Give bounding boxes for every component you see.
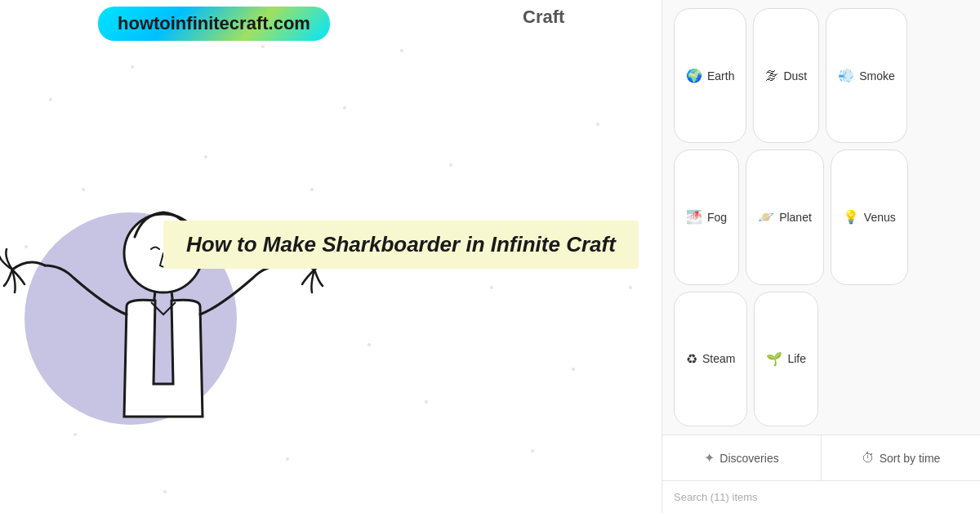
sidebar: 🌍Earth🌫Dust💨Smoke🌁Fog🪐Planet💡Venus♻Steam… <box>662 0 980 513</box>
decorative-dot <box>572 368 575 371</box>
discoveries-icon: ✦ <box>704 450 715 466</box>
search-hint: Search (11) items <box>662 480 980 513</box>
url-text: howtoinfinitecraft.com <box>118 13 310 33</box>
decorative-dot <box>449 163 452 167</box>
life-label: Life <box>787 352 806 365</box>
bottom-bar: ✦ Discoveries ⏱ Sort by time <box>662 435 980 480</box>
discoveries-label: Discoveries <box>719 452 778 465</box>
url-banner: howtoinfinitecraft.com <box>98 7 330 41</box>
life-icon: 🌱 <box>766 351 782 367</box>
decorative-dot <box>368 343 371 346</box>
search-hint-text: Search (11) items <box>674 491 758 503</box>
character-area <box>0 163 343 513</box>
planet-label: Planet <box>779 211 812 224</box>
earth-label: Earth <box>707 69 734 83</box>
element-badge-fog[interactable]: 🌁Fog <box>674 149 739 284</box>
page-title: How to Make Sharkboarder in Infinite Cra… <box>186 232 616 257</box>
main-area: howtoinfinitecraft.com Craft <box>0 0 662 513</box>
element-badge-earth[interactable]: 🌍Earth <box>674 8 746 143</box>
craft-label: Craft <box>523 7 564 28</box>
decorative-dot <box>204 155 207 158</box>
sort-by-time-label: Sort by time <box>880 452 941 465</box>
element-badge-life[interactable]: 🌱Life <box>754 292 818 426</box>
decorative-dot <box>49 98 52 101</box>
steam-icon: ♻ <box>686 351 697 367</box>
venus-label: Venus <box>864 211 896 224</box>
fog-label: Fog <box>707 211 727 224</box>
dust-label: Dust <box>783 69 807 83</box>
planet-icon: 🪐 <box>758 209 774 225</box>
elements-grid: 🌍Earth🌫Dust💨Smoke🌁Fog🪐Planet💡Venus♻Steam… <box>662 0 980 435</box>
element-badge-planet[interactable]: 🪐Planet <box>746 149 824 284</box>
earth-icon: 🌍 <box>686 68 702 83</box>
element-badge-steam[interactable]: ♻Steam <box>674 292 747 426</box>
element-badge-smoke[interactable]: 💨Smoke <box>826 8 907 143</box>
decorative-dot <box>629 286 632 289</box>
decorative-dot <box>131 65 134 69</box>
heading-banner: How to Make Sharkboarder in Infinite Cra… <box>163 221 639 269</box>
smoke-icon: 💨 <box>838 68 854 83</box>
smoke-label: Smoke <box>859 69 895 83</box>
decorative-dot <box>490 286 493 289</box>
decorative-dot <box>261 45 265 48</box>
clock-icon: ⏱ <box>862 451 875 466</box>
dust-icon: 🌫 <box>765 69 778 83</box>
venus-icon: 💡 <box>843 209 859 225</box>
decorative-dot <box>596 123 599 126</box>
decorative-dot <box>343 106 346 109</box>
decorative-dot <box>425 400 428 404</box>
discoveries-button[interactable]: ✦ Discoveries <box>662 435 822 480</box>
decorative-dot <box>400 49 403 52</box>
fog-icon: 🌁 <box>686 209 702 225</box>
decorative-dot <box>531 449 534 453</box>
element-badge-dust[interactable]: 🌫Dust <box>753 8 819 143</box>
steam-label: Steam <box>702 352 735 365</box>
element-badge-venus[interactable]: 💡Venus <box>831 149 908 284</box>
sort-by-time-button[interactable]: ⏱ Sort by time <box>822 435 980 480</box>
